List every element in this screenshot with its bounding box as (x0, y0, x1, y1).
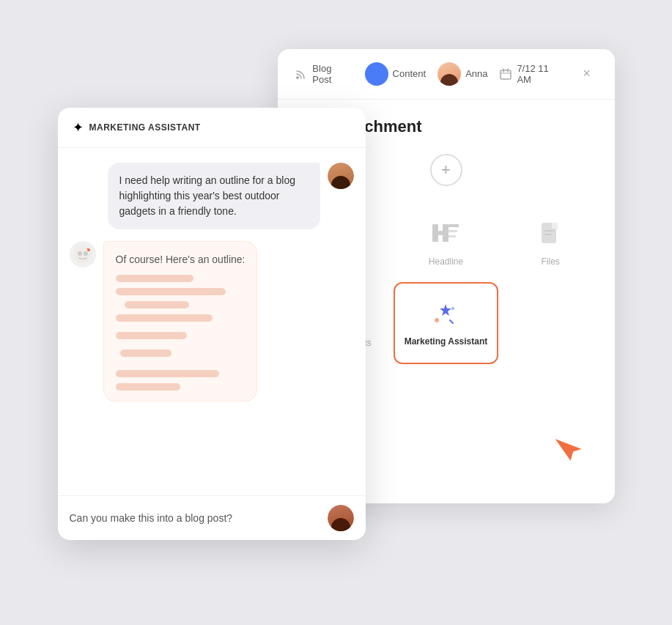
footer-user-avatar (328, 505, 354, 531)
svg-rect-6 (432, 224, 438, 242)
svg-rect-11 (448, 235, 456, 237)
svg-rect-7 (443, 224, 448, 242)
attachment-header: Blog Post Content Anna 7/12 11 AM (278, 49, 615, 100)
anna-avatar (437, 62, 461, 86)
svg-point-18 (451, 307, 454, 310)
user-label: Anna (465, 68, 487, 79)
chat-title: MARKETING ASSISTANT (89, 122, 201, 133)
marketing-assistant-icon (429, 298, 462, 330)
attachment-item-marketing-assistant[interactable]: Marketing Assistant (394, 282, 498, 364)
blog-post-chip[interactable]: Blog Post (295, 63, 353, 85)
chat-messages: I need help writing an outline for a blo… (58, 148, 366, 495)
marketing-assistant-label: Marketing Assistant (405, 336, 488, 348)
user-chip[interactable]: Anna (437, 62, 487, 86)
headline-label: Headline (429, 256, 463, 268)
date-chip[interactable]: 7/12 11 AM (500, 63, 565, 85)
svg-point-19 (74, 245, 92, 263)
attachment-item-headline[interactable]: Headline (394, 201, 498, 283)
user-face (328, 163, 354, 189)
skeleton-8 (116, 383, 180, 391)
sparkle-icon: ✦ (73, 119, 84, 136)
content-label: Content (393, 68, 427, 79)
user-avatar (328, 163, 354, 189)
cursor-arrow (547, 432, 584, 468)
headline-icon (428, 215, 463, 251)
skeleton-4 (116, 314, 213, 322)
attachment-item-files[interactable]: Files (498, 201, 603, 283)
skeleton-5 (116, 332, 187, 339)
content-chip[interactable]: Content (365, 62, 427, 86)
date-label: 7/12 11 AM (517, 63, 564, 85)
skeleton-7 (116, 370, 220, 377)
svg-point-20 (78, 251, 82, 256)
svg-rect-13 (552, 223, 558, 229)
svg-rect-8 (438, 231, 443, 235)
bot-intro-text: Of course! Here's an outline: (116, 252, 245, 267)
skeleton-1 (116, 275, 193, 282)
chat-panel: ✦ MARKETING ASSISTANT I need help writin… (58, 108, 366, 540)
content-avatar (365, 62, 388, 86)
close-button[interactable]: × (577, 64, 597, 84)
rss-icon (295, 67, 309, 81)
svg-rect-9 (448, 224, 459, 227)
svg-rect-10 (448, 230, 457, 232)
bot-avatar (70, 241, 96, 267)
skeleton-2 (116, 288, 226, 295)
svg-point-17 (435, 318, 439, 322)
footer-message-text: Can you make this into a blog post? (70, 512, 233, 524)
bot-message-row: Of course! Here's an outline: (70, 241, 354, 402)
blog-post-label: Blog Post (312, 63, 352, 85)
user-message-bubble: I need help writing an outline for a blo… (108, 163, 320, 229)
add-attachment-button[interactable]: + (430, 154, 462, 186)
user-message-row: I need help writing an outline for a blo… (70, 163, 354, 229)
chat-footer: Can you make this into a blog post? (58, 495, 366, 540)
calendar-icon (500, 67, 513, 81)
svg-rect-14 (544, 230, 555, 232)
svg-point-0 (296, 76, 299, 79)
chat-header: ✦ MARKETING ASSISTANT (58, 108, 366, 148)
bot-message-bubble: Of course! Here's an outline: (103, 241, 258, 402)
svg-rect-1 (501, 70, 511, 79)
files-icon (533, 215, 568, 251)
skeleton-6 (120, 350, 172, 357)
skeleton-3 (125, 301, 189, 308)
files-label: Files (541, 256, 559, 268)
svg-rect-15 (544, 234, 552, 235)
svg-point-21 (84, 251, 88, 256)
